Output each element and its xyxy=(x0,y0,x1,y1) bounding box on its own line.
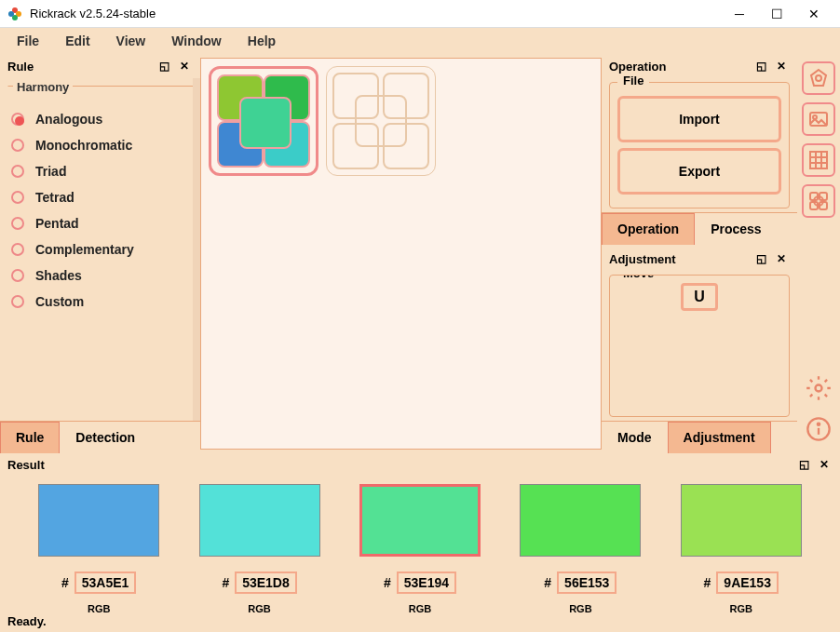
operation-tabs: Operation Process xyxy=(602,212,797,245)
image-tool-icon[interactable] xyxy=(802,102,835,136)
rgb-label: RGB xyxy=(510,603,650,614)
result-item: #53A5E1RGB xyxy=(29,484,169,614)
dock-icon[interactable]: ◱ xyxy=(795,456,812,473)
menu-edit[interactable]: Edit xyxy=(54,30,101,52)
dock-icon[interactable]: ◱ xyxy=(156,58,172,74)
export-button[interactable]: Export xyxy=(617,148,781,195)
hash-symbol: # xyxy=(222,575,229,590)
tab-process[interactable]: Process xyxy=(695,213,777,245)
hex-input[interactable]: 53E1D8 xyxy=(235,571,297,594)
svg-marker-4 xyxy=(811,70,826,86)
result-item: #53E1D8RGB xyxy=(190,484,330,614)
swatch-empty-center xyxy=(355,95,407,147)
hex-input[interactable]: 53E194 xyxy=(397,571,456,594)
hex-row: #53E194 xyxy=(350,571,490,594)
operation-title: Operation xyxy=(609,60,666,74)
move-up-button[interactable]: U xyxy=(681,283,718,311)
rule-tabs: Rule Detection xyxy=(0,421,200,453)
radio-icon xyxy=(11,243,24,256)
dock-icon[interactable]: ◱ xyxy=(752,58,769,74)
move-fieldset: Move U xyxy=(609,275,790,417)
svg-rect-8 xyxy=(810,152,827,168)
menu-file[interactable]: File xyxy=(6,30,50,52)
hex-input[interactable]: 9AE153 xyxy=(716,571,779,594)
result-header: Result ◱ ✕ xyxy=(0,453,840,477)
result-swatch[interactable] xyxy=(681,484,802,557)
rule-body: Harmony AnalogousMonochromaticTriadTetra… xyxy=(0,78,200,421)
rule-panel: Rule ◱ ✕ Harmony AnalogousMonochromaticT… xyxy=(0,54,200,453)
radio-icon xyxy=(11,191,24,204)
rgb-label: RGB xyxy=(671,603,811,614)
result-swatch[interactable] xyxy=(520,484,641,557)
operation-panel: Operation ◱ ✕ File Import Export Operati… xyxy=(602,54,797,245)
swatch-group-empty[interactable] xyxy=(326,66,436,176)
tab-operation[interactable]: Operation xyxy=(602,213,695,245)
result-item: #56E153RGB xyxy=(510,484,650,614)
harmony-group-title: Harmony xyxy=(13,80,73,94)
right-column: Operation ◱ ✕ File Import Export Operati… xyxy=(602,54,797,453)
svg-point-18 xyxy=(816,385,822,392)
file-legend: File xyxy=(617,74,649,87)
tab-rule[interactable]: Rule xyxy=(0,422,60,453)
swatch-center[interactable] xyxy=(239,97,291,149)
wheel-tool-icon[interactable] xyxy=(802,61,835,95)
menubar: File Edit View Window Help xyxy=(0,28,840,54)
move-legend: Move xyxy=(617,275,659,280)
rule-panel-header: Rule ◱ ✕ xyxy=(0,54,200,78)
dock-icon[interactable]: ◱ xyxy=(752,250,769,267)
result-swatch[interactable] xyxy=(199,484,320,557)
close-panel-icon[interactable]: ✕ xyxy=(176,58,193,74)
result-swatch[interactable] xyxy=(359,484,481,557)
hex-input[interactable]: 53A5E1 xyxy=(75,571,137,594)
adjustment-header: Adjustment ◱ ✕ xyxy=(602,247,797,271)
import-button[interactable]: Import xyxy=(617,96,781,142)
result-title: Result xyxy=(7,458,45,472)
maximize-button[interactable]: ☐ xyxy=(758,0,795,28)
hash-symbol: # xyxy=(544,575,551,590)
result-swatch[interactable] xyxy=(38,484,159,557)
result-item: #53E194RGB xyxy=(350,484,490,614)
tab-detection[interactable]: Detection xyxy=(60,422,151,453)
radio-icon xyxy=(11,165,24,178)
main-area: Rule ◱ ✕ Harmony AnalogousMonochromaticT… xyxy=(0,54,840,453)
result-panel: Result ◱ ✕ #53A5E1RGB#53E1D8RGB#53E194RG… xyxy=(0,453,840,632)
info-icon[interactable] xyxy=(802,412,835,446)
canvas[interactable] xyxy=(200,58,602,450)
hex-row: #56E153 xyxy=(510,571,650,594)
board-tool-icon[interactable] xyxy=(802,184,835,218)
scrollbar[interactable] xyxy=(193,78,200,421)
menu-help[interactable]: Help xyxy=(237,30,287,52)
hex-row: #53E1D8 xyxy=(190,571,330,594)
result-row: #53A5E1RGB#53E1D8RGB#53E194RGB#56E153RGB… xyxy=(0,477,840,614)
close-panel-icon[interactable]: ✕ xyxy=(816,456,833,473)
hex-input[interactable]: 56E153 xyxy=(557,571,616,594)
menu-view[interactable]: View xyxy=(105,30,157,52)
sidebar-tools xyxy=(797,54,840,453)
rgb-label: RGB xyxy=(350,603,490,614)
tab-mode[interactable]: Mode xyxy=(602,422,668,453)
hash-symbol: # xyxy=(384,575,391,590)
window-title: Rickrack v2.5.24-stable xyxy=(30,7,721,20)
rgb-label: RGB xyxy=(29,603,169,614)
adjustment-panel: Adjustment ◱ ✕ Move U Mode Adjustment xyxy=(602,247,797,453)
status-bar: Ready. xyxy=(0,614,840,632)
rule-panel-title: Rule xyxy=(7,60,34,74)
hash-symbol: # xyxy=(704,575,711,590)
radio-icon xyxy=(11,295,24,308)
result-item: #9AE153RGB xyxy=(671,484,811,614)
minimize-button[interactable]: ─ xyxy=(721,0,758,28)
menu-window[interactable]: Window xyxy=(160,30,233,52)
close-panel-icon[interactable]: ✕ xyxy=(773,250,790,267)
grid-tool-icon[interactable] xyxy=(802,143,835,177)
titlebar: Rickrack v2.5.24-stable ─ ☐ ✕ xyxy=(0,0,840,28)
close-panel-icon[interactable]: ✕ xyxy=(773,58,790,74)
tab-adjustment[interactable]: Adjustment xyxy=(668,422,771,453)
radio-icon xyxy=(11,139,24,152)
radio-icon xyxy=(11,269,24,282)
close-button[interactable]: ✕ xyxy=(795,0,833,28)
app-logo-icon xyxy=(7,7,22,21)
swatch-group-active[interactable] xyxy=(209,66,318,176)
settings-icon[interactable] xyxy=(802,371,835,405)
adjustment-tabs: Mode Adjustment xyxy=(602,421,797,453)
file-fieldset: File Import Export xyxy=(609,82,790,208)
